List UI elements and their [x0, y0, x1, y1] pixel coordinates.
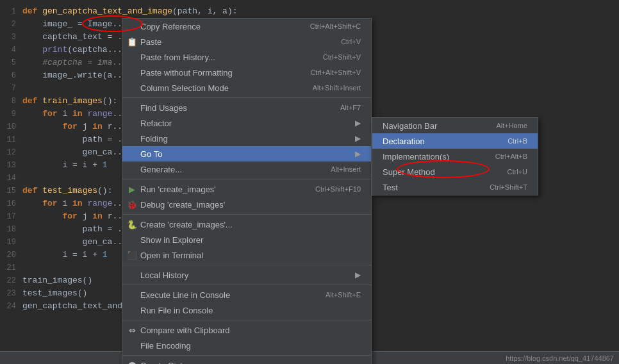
shortcut-find-usages: Alt+F7 — [340, 104, 361, 112]
submenu-label-implementation: Implementation(s) — [383, 152, 449, 161]
debug-icon: 🐞 — [126, 200, 138, 210]
submenu-item-nav-bar[interactable]: Navigation Bar Alt+Home — [372, 118, 538, 133]
menu-item-compare-clipboard[interactable]: ⇔ Compare with Clipboard — [122, 322, 371, 338]
menu-label-paste-no-format: Paste without Formatting — [140, 68, 233, 78]
submenu-label-nav-bar: Navigation Bar — [383, 121, 437, 131]
menu-label-compare-clipboard: Compare with Clipboard — [140, 326, 229, 335]
menu-item-run-file[interactable]: Run File in Console — [122, 302, 371, 318]
menu-divider-6 — [122, 320, 371, 320]
menu-label-show-explorer: Show in Explorer — [140, 235, 203, 245]
menu-label-open-terminal: Open in Terminal — [140, 251, 203, 260]
menu-label-local-history: Local History — [140, 270, 188, 280]
shortcut-declaration: Ctrl+B — [508, 137, 527, 145]
menu-label-folding: Folding — [140, 134, 168, 144]
menu-divider-7 — [122, 355, 371, 356]
menu-item-column-select[interactable]: Column Selection Mode Alt+Shift+Insert — [122, 80, 371, 95]
run-icon: ▶ — [126, 185, 138, 194]
python-icon: 🐍 — [126, 220, 138, 229]
submenu-arrow-folding: ▶ — [355, 134, 361, 143]
menu-item-show-explorer[interactable]: Show in Explorer — [122, 232, 371, 247]
shortcut-generate: Alt+Insert — [331, 165, 361, 173]
shortcut-nav-bar: Alt+Home — [496, 122, 527, 129]
menu-divider-3 — [122, 214, 371, 215]
submenu-arrow-history: ▶ — [355, 270, 361, 279]
menu-label-find-usages: Find Usages — [140, 103, 187, 113]
paste-icon: 📋 — [126, 37, 138, 47]
submenu-arrow-refactor: ▶ — [355, 119, 361, 128]
compare-icon: ⇔ — [126, 326, 138, 335]
menu-item-paste-history[interactable]: Paste from History... Ctrl+Shift+V — [122, 49, 371, 65]
menu-label-run: Run 'create_images' — [140, 185, 216, 194]
menu-label-column-select: Column Selection Mode — [140, 83, 229, 93]
menu-item-create-gist[interactable]: ⬤ Create Gist... — [122, 358, 371, 364]
menu-divider-5 — [122, 285, 371, 285]
menu-label-paste-history: Paste from History... — [140, 53, 215, 62]
menu-item-run[interactable]: ▶ Run 'create_images' Ctrl+Shift+F10 — [122, 181, 371, 197]
menu-divider-2 — [122, 179, 371, 179]
submenu-label-super-method: Super Method — [383, 167, 435, 177]
menu-label-execute-line: Execute Line in Console — [140, 290, 230, 300]
menu-label-paste: Paste — [140, 37, 161, 47]
menu-label-file-encoding: File Encoding — [140, 341, 191, 351]
github-icon: ⬤ — [126, 361, 138, 365]
terminal-icon: ⬛ — [126, 251, 138, 260]
submenu-item-super-method[interactable]: Super Method Ctrl+U — [372, 164, 538, 179]
menu-item-find-usages[interactable]: Find Usages Alt+F7 — [122, 100, 371, 115]
status-url: https://blog.csdn.net/qq_41744867 — [506, 354, 614, 362]
menu-item-generate[interactable]: Generate... Alt+Insert — [122, 161, 371, 177]
shortcut-execute-line: Alt+Shift+E — [326, 291, 361, 299]
shortcut-paste-history: Ctrl+Shift+V — [323, 53, 361, 61]
menu-item-paste[interactable]: 📋 Paste Ctrl+V — [122, 34, 371, 49]
menu-label-run-file: Run File in Console — [140, 306, 213, 315]
menu-label-goto: Go To — [140, 149, 162, 159]
menu-label-generate: Generate... — [140, 165, 182, 174]
shortcut-paste: Ctrl+V — [341, 38, 361, 46]
menu-label-create: Create 'create_images'... — [140, 220, 233, 229]
menu-divider-1 — [122, 97, 371, 98]
shortcut-column-select: Alt+Shift+Insert — [313, 84, 361, 92]
menu-item-copy-reference[interactable]: Copy Reference Ctrl+Alt+Shift+C — [122, 19, 371, 34]
menu-item-create[interactable]: 🐍 Create 'create_images'... — [122, 217, 371, 232]
menu-item-open-terminal[interactable]: ⬛ Open in Terminal — [122, 247, 371, 263]
shortcut-run: Ctrl+Shift+F10 — [315, 185, 361, 193]
menu-item-local-history[interactable]: Local History ▶ — [122, 267, 371, 283]
menu-label-refactor: Refactor — [140, 119, 172, 128]
menu-item-execute-line[interactable]: Execute Line in Console Alt+Shift+E — [122, 287, 371, 302]
menu-label-debug: Debug 'create_images' — [140, 200, 225, 210]
shortcut-paste-no-format: Ctrl+Alt+Shift+V — [310, 69, 361, 76]
menu-divider-4 — [122, 265, 371, 265]
submenu-arrow-goto: ▶ — [355, 149, 361, 158]
submenu-goto: Navigation Bar Alt+Home Declaration Ctrl… — [372, 117, 538, 195]
shortcut-test: Ctrl+Shift+T — [490, 183, 527, 191]
submenu-label-test: Test — [383, 183, 398, 192]
context-menu: Copy Reference Ctrl+Alt+Shift+C 📋 Paste … — [122, 18, 372, 364]
submenu-item-declaration[interactable]: Declaration Ctrl+B — [372, 133, 538, 149]
shortcut-implementation: Ctrl+Alt+B — [495, 153, 527, 160]
menu-item-file-encoding[interactable]: File Encoding — [122, 338, 371, 353]
shortcut-copy-reference: Ctrl+Alt+Shift+C — [310, 22, 361, 30]
menu-item-refactor[interactable]: Refactor ▶ — [122, 115, 371, 131]
menu-item-goto[interactable]: Go To ▶ — [122, 146, 371, 161]
submenu-item-test[interactable]: Test Ctrl+Shift+T — [372, 179, 538, 195]
menu-item-paste-no-format[interactable]: Paste without Formatting Ctrl+Alt+Shift+… — [122, 65, 371, 80]
menu-label-copy-reference: Copy Reference — [140, 22, 201, 31]
menu-item-folding[interactable]: Folding ▶ — [122, 131, 371, 146]
submenu-item-implementation[interactable]: Implementation(s) Ctrl+Alt+B — [372, 149, 538, 164]
menu-label-create-gist: Create Gist... — [140, 361, 190, 365]
menu-item-debug[interactable]: 🐞 Debug 'create_images' — [122, 197, 371, 212]
shortcut-super-method: Ctrl+U — [508, 168, 527, 176]
submenu-label-declaration: Declaration — [383, 136, 425, 146]
code-line-1: 1 def gen_captcha_text_and_image(path, i… — [0, 5, 619, 18]
